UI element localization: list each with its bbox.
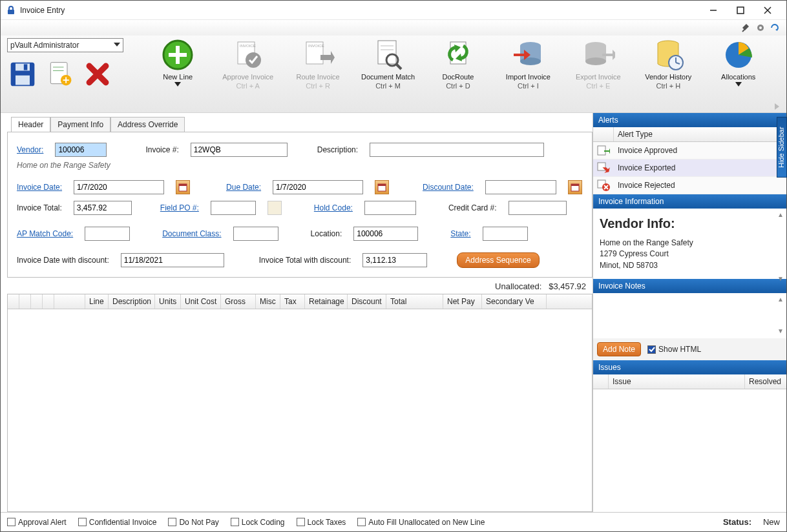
field-po-input[interactable] bbox=[211, 201, 256, 215]
invoice-date-picker-button[interactable] bbox=[176, 180, 190, 194]
document-match-icon bbox=[372, 38, 405, 72]
gear-icon[interactable] bbox=[755, 23, 766, 33]
info-scrollbar[interactable]: ▲▼ bbox=[776, 211, 785, 282]
tool-new-line[interactable]: New Line bbox=[143, 38, 213, 90]
tool-docroute[interactable]: DocRouteCtrl + D bbox=[423, 38, 493, 90]
ribbon: pVault Administrator New LineINVOICEAppr… bbox=[1, 36, 786, 113]
invoice-date-label[interactable]: Invoice Date: bbox=[17, 183, 62, 192]
doc-class-label[interactable]: Document Class: bbox=[162, 229, 221, 238]
grid-col[interactable] bbox=[8, 294, 19, 309]
check-do-not-pay[interactable]: Do Not Pay bbox=[168, 518, 218, 527]
check-approval-alert[interactable]: Approval Alert bbox=[7, 518, 67, 527]
inv-date-disc-input[interactable] bbox=[121, 253, 224, 267]
ribbon-expand-icon[interactable] bbox=[775, 103, 781, 110]
state-input[interactable] bbox=[483, 227, 528, 241]
user-select[interactable]: pVault Administrator bbox=[7, 38, 123, 52]
alert-row[interactable]: Invoice Approved bbox=[593, 142, 786, 159]
svg-rect-12 bbox=[16, 76, 30, 85]
ap-match-input[interactable] bbox=[85, 227, 130, 241]
description-input[interactable] bbox=[370, 143, 544, 157]
due-date-input[interactable] bbox=[273, 180, 363, 194]
grid-col[interactable]: Tax bbox=[280, 294, 305, 309]
approve-invoice-icon: INVOICE bbox=[231, 38, 265, 72]
ap-match-label[interactable]: AP Match Code: bbox=[17, 229, 73, 238]
invoice-num-input[interactable] bbox=[191, 143, 288, 157]
grid-col[interactable]: Total bbox=[386, 294, 443, 309]
state-label[interactable]: State: bbox=[450, 229, 470, 238]
add-note-button[interactable]: Add Note bbox=[597, 342, 641, 356]
grid-col[interactable] bbox=[43, 294, 54, 309]
svg-rect-11 bbox=[16, 64, 30, 71]
minimize-button[interactable] bbox=[700, 1, 727, 19]
svg-rect-32 bbox=[450, 42, 466, 64]
tool-allocations[interactable]: Allocations bbox=[704, 38, 773, 90]
tab-header[interactable]: Header bbox=[11, 117, 50, 132]
grid-col[interactable]: Line bbox=[85, 294, 109, 309]
rejected-icon bbox=[593, 179, 614, 191]
tool-document-match[interactable]: Document MatchCtrl + M bbox=[353, 38, 423, 90]
grid-col[interactable]: Net Pay bbox=[443, 294, 482, 309]
vendor-input[interactable] bbox=[55, 143, 107, 157]
discount-date-picker-button[interactable] bbox=[568, 180, 582, 194]
address-sequence-button[interactable]: Address Sequence bbox=[457, 252, 539, 268]
grid-col[interactable]: Unit Cost bbox=[181, 294, 221, 309]
tab-address-override[interactable]: Address Override bbox=[110, 117, 185, 132]
tool-vendor-history[interactable]: Vendor HistoryCtrl + H bbox=[633, 38, 703, 90]
vendor-info-heading: Vendor Info: bbox=[600, 216, 780, 231]
invoice-total-input[interactable] bbox=[74, 201, 132, 215]
grid-col[interactable]: Retainage bbox=[305, 294, 348, 309]
delete-button[interactable] bbox=[82, 59, 113, 90]
discount-date-input[interactable] bbox=[485, 180, 556, 194]
check-lock-taxes[interactable]: Lock Taxes bbox=[297, 518, 346, 527]
hold-code-input[interactable] bbox=[364, 201, 416, 215]
approved-icon bbox=[593, 145, 614, 156]
pin-icon[interactable] bbox=[741, 23, 751, 33]
grid-col[interactable]: Secondary Ve bbox=[482, 294, 547, 309]
tool-export-invoice: Export InvoiceCtrl + E bbox=[563, 38, 633, 90]
close-button[interactable] bbox=[754, 1, 781, 19]
grid-col[interactable]: Description bbox=[109, 294, 155, 309]
svg-rect-0 bbox=[8, 10, 14, 14]
due-date-picker-button[interactable] bbox=[375, 180, 389, 194]
issues-col-issue: Issue bbox=[609, 374, 745, 389]
line-items-grid[interactable]: LineDescriptionUnitsUnit CostGrossMiscTa… bbox=[7, 294, 593, 512]
vendor-name: Home on the Range Safety bbox=[17, 161, 110, 170]
notes-scrollbar[interactable]: ▲▼ bbox=[776, 296, 785, 334]
check-lock-coding[interactable]: Lock Coding bbox=[231, 518, 285, 527]
invoice-date-input[interactable] bbox=[74, 180, 164, 194]
grid-col[interactable] bbox=[19, 294, 31, 309]
refresh-icon[interactable] bbox=[770, 23, 780, 33]
alert-type-col: Alert Type bbox=[614, 127, 786, 141]
grid-col[interactable]: Misc bbox=[256, 294, 280, 309]
grid-col[interactable]: Discount bbox=[348, 294, 386, 309]
discount-date-label[interactable]: Discount Date: bbox=[423, 183, 474, 192]
show-html-checkbox[interactable]: Show HTML bbox=[647, 345, 701, 354]
doc-class-input[interactable] bbox=[233, 227, 278, 241]
new-document-button[interactable] bbox=[45, 59, 76, 90]
save-button[interactable] bbox=[7, 59, 38, 90]
grid-col[interactable] bbox=[31, 294, 43, 309]
grid-col[interactable]: Units bbox=[155, 294, 181, 309]
field-po-label[interactable]: Field PO #: bbox=[160, 203, 199, 212]
credit-card-input[interactable] bbox=[509, 201, 567, 215]
hold-code-label[interactable]: Hold Code: bbox=[314, 203, 353, 212]
tool-import-invoice[interactable]: Import InvoiceCtrl + I bbox=[493, 38, 563, 90]
vendor-label[interactable]: Vendor: bbox=[17, 145, 43, 154]
svg-point-41 bbox=[585, 57, 606, 65]
alert-row[interactable]: Invoice Exported bbox=[593, 159, 786, 177]
check-confidential-invoice[interactable]: Confidential Invoice bbox=[78, 518, 157, 527]
due-date-label[interactable]: Due Date: bbox=[226, 183, 261, 192]
svg-point-7 bbox=[759, 26, 762, 29]
field-po-lookup-icon[interactable] bbox=[268, 201, 282, 215]
invoice-info-header: Invoice Information bbox=[593, 194, 786, 209]
grid-col[interactable] bbox=[54, 294, 85, 309]
location-input[interactable] bbox=[353, 227, 418, 241]
inv-total-disc-input[interactable] bbox=[362, 253, 427, 267]
maximize-button[interactable] bbox=[727, 1, 754, 19]
tab-payment-info[interactable]: Payment Info bbox=[50, 117, 110, 132]
description-label: Description: bbox=[317, 145, 358, 154]
hide-sidebar-button[interactable]: Hide Sidebar bbox=[777, 117, 787, 178]
alert-row[interactable]: Invoice Rejected bbox=[593, 177, 786, 194]
grid-col[interactable]: Gross bbox=[221, 294, 256, 309]
check-auto-fill-unallocated-on-new-line[interactable]: Auto Fill Unallocated on New Line bbox=[357, 518, 485, 527]
